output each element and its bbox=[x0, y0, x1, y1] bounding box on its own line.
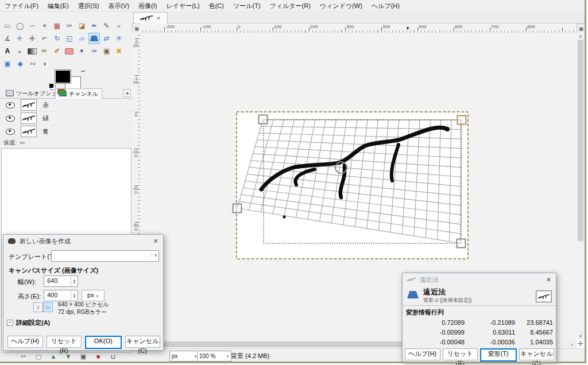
move-tool[interactable]: ✛ bbox=[14, 33, 26, 44]
menu-item-5[interactable]: レイヤー(L) bbox=[161, 0, 204, 10]
visibility-eye-icon[interactable] bbox=[6, 115, 15, 122]
new-image-button-0[interactable]: ヘルプ(H) bbox=[7, 336, 43, 348]
menu-item-8[interactable]: フィルター(R) bbox=[265, 0, 315, 10]
zoom-dropdown[interactable]: 100 %∨ bbox=[197, 351, 231, 362]
gradient-tool[interactable] bbox=[26, 45, 38, 57]
perspective-tool[interactable] bbox=[88, 33, 100, 44]
new-channel-button[interactable]: ▢ bbox=[32, 352, 45, 361]
scissors-select-tool[interactable]: ✂ bbox=[64, 20, 75, 32]
menu-item-0[interactable]: ファイル(F) bbox=[0, 0, 43, 10]
clone-tool[interactable]: ▣ bbox=[101, 45, 113, 57]
v-scroll-up-icon[interactable]: ∧ bbox=[577, 33, 585, 40]
paintbrush-tool[interactable]: ✐ bbox=[51, 45, 63, 57]
cage-transform-tool[interactable]: ✖ bbox=[113, 45, 125, 57]
pencil-tool[interactable]: ✏ bbox=[39, 45, 51, 57]
new-image-button-1[interactable]: リセット(R) bbox=[47, 336, 82, 348]
canvas-tab-close-icon[interactable]: ✕ bbox=[156, 15, 161, 21]
perspective-button-2[interactable]: 変形(T) bbox=[480, 348, 517, 362]
free-select-tool[interactable]: ∽ bbox=[26, 20, 38, 32]
menu-item-6[interactable]: 色(C) bbox=[204, 0, 229, 10]
menu-item-4[interactable]: 画像(I) bbox=[134, 0, 161, 10]
image-area[interactable] bbox=[237, 112, 468, 259]
perspective-button-1[interactable]: リセット(R) bbox=[443, 348, 478, 360]
perspective-clone-tool[interactable]: ▣ bbox=[2, 58, 13, 69]
shear-tool[interactable]: ▱ bbox=[76, 33, 88, 44]
transform-handle-tl[interactable] bbox=[259, 115, 268, 124]
rectangle-select-tool[interactable]: ▭ bbox=[2, 20, 13, 32]
eraser-tool[interactable] bbox=[64, 45, 75, 57]
panel-menu-button[interactable]: ◂ bbox=[123, 89, 131, 97]
height-field[interactable]: 400 ▲▼ bbox=[44, 290, 78, 301]
color-picker-tool[interactable]: ✎ bbox=[101, 20, 113, 32]
dodge-burn-tool[interactable]: ◐ bbox=[40, 58, 51, 69]
unit-dropdown[interactable]: px ∨ bbox=[82, 290, 105, 301]
delete-channel-button[interactable]: ⊔ bbox=[107, 352, 119, 361]
bucket-fill-tool[interactable]: ◒ bbox=[14, 45, 26, 57]
new-image-button-2[interactable]: OK(O) bbox=[85, 336, 122, 349]
channel-row-2[interactable]: 青 bbox=[0, 125, 132, 138]
new-image-button-3[interactable]: キャンセル(C) bbox=[125, 336, 161, 348]
scale-tool[interactable]: ◱ bbox=[64, 33, 75, 44]
channel-thumbnail[interactable] bbox=[21, 126, 37, 137]
blur-sharpen-tool[interactable]: ◆ bbox=[14, 58, 26, 69]
channel-thumbnail[interactable] bbox=[21, 112, 37, 124]
channel-row-1[interactable]: 緑 bbox=[0, 112, 132, 125]
swap-colors-icon[interactable]: ↩ bbox=[81, 68, 86, 74]
width-spinner[interactable]: ▲▼ bbox=[71, 276, 78, 286]
foreground-select-tool[interactable]: ◪ bbox=[76, 20, 88, 32]
landscape-orientation-button[interactable]: ▭ bbox=[43, 302, 53, 312]
perspective-button-3[interactable]: キャンセル(C) bbox=[519, 348, 555, 360]
zoom-tool[interactable]: ⌕ bbox=[113, 20, 125, 32]
channel-row-0[interactable]: 赤 bbox=[0, 99, 132, 112]
menu-item-9[interactable]: ウィンドウ(W) bbox=[315, 0, 367, 10]
default-colors-icon[interactable] bbox=[49, 84, 53, 88]
new-image-dialog-titlebar[interactable]: 新しい画像を作成 ✕ bbox=[3, 235, 163, 247]
perspective-dialog-titlebar[interactable]: 遠近法 ✕ bbox=[403, 273, 556, 286]
template-combobox[interactable]: ∨ bbox=[51, 250, 159, 262]
handle-transform-tool[interactable]: ✳ bbox=[113, 33, 125, 44]
transform-handle-tr[interactable] bbox=[458, 116, 466, 125]
menu-item-1[interactable]: 編集(E) bbox=[43, 0, 74, 10]
crop-tool[interactable]: ✃ bbox=[39, 33, 51, 44]
close-icon[interactable]: ✕ bbox=[546, 276, 551, 284]
fuzzy-select-tool[interactable]: ✦ bbox=[39, 20, 51, 32]
chevron-down-icon[interactable]: ∨ bbox=[152, 253, 157, 258]
smudge-tool[interactable]: ∾ bbox=[27, 58, 38, 69]
raise-channel-button[interactable]: ▲ bbox=[47, 352, 60, 361]
menu-item-7[interactable]: ツール(T) bbox=[229, 0, 265, 10]
transform-handle-br[interactable] bbox=[457, 239, 466, 248]
unit-dropdown[interactable]: px∨ bbox=[169, 351, 199, 362]
channel-thumbnail[interactable] bbox=[21, 99, 37, 111]
h-scroll-right-icon[interactable]: > bbox=[567, 340, 577, 348]
height-spinner[interactable]: ▲▼ bbox=[71, 290, 78, 301]
horizontal-ruler[interactable]: -200-1000100200300400500600700800▼ bbox=[140, 24, 578, 33]
rotate-tool[interactable]: ↻ bbox=[51, 33, 63, 44]
ink-tool[interactable]: ✑ bbox=[88, 45, 100, 57]
perspective-button-0[interactable]: ヘルプ(H) bbox=[405, 348, 440, 360]
menu-item-10[interactable]: ヘルプ(H) bbox=[367, 0, 404, 10]
edit-channel-attributes-button[interactable]: ✏ bbox=[17, 352, 30, 361]
width-field[interactable]: 640 ▲▼ bbox=[44, 275, 78, 287]
measure-tool[interactable]: ∡ bbox=[2, 33, 13, 44]
transform-handle-bl[interactable] bbox=[233, 204, 242, 213]
align-tool[interactable]: ✢ bbox=[26, 33, 38, 44]
select-by-color-tool[interactable]: ▦ bbox=[51, 20, 63, 32]
paths-tool[interactable]: ✒ bbox=[88, 20, 100, 32]
layer-thumbnail-button[interactable] bbox=[536, 290, 552, 302]
duplicate-channel-button[interactable]: ▣ bbox=[77, 352, 90, 361]
visibility-eye-icon[interactable] bbox=[6, 129, 15, 135]
vertical-scrollbar[interactable] bbox=[577, 40, 585, 332]
lock-pixels-icon[interactable]: ✏ bbox=[20, 139, 25, 147]
navigation-cross-icon[interactable]: ✛ bbox=[577, 340, 585, 348]
canvas-tab[interactable]: ✕ bbox=[133, 12, 168, 24]
vertical-scrollbar-thumb[interactable] bbox=[578, 40, 583, 241]
close-icon[interactable]: ✕ bbox=[153, 238, 158, 245]
menu-item-2[interactable]: 選択(S) bbox=[74, 0, 104, 10]
menu-item-3[interactable]: 表示(V) bbox=[103, 0, 134, 10]
flip-tool[interactable]: ⇄ bbox=[101, 33, 113, 44]
text-tool[interactable]: A bbox=[2, 45, 13, 57]
portrait-orientation-button[interactable]: ▯ bbox=[33, 302, 43, 312]
tab-channels[interactable]: チャンネル bbox=[55, 88, 102, 99]
ellipse-select-tool[interactable]: ◯ bbox=[14, 20, 26, 32]
channel-to-selection-button[interactable]: ■ bbox=[92, 352, 105, 361]
